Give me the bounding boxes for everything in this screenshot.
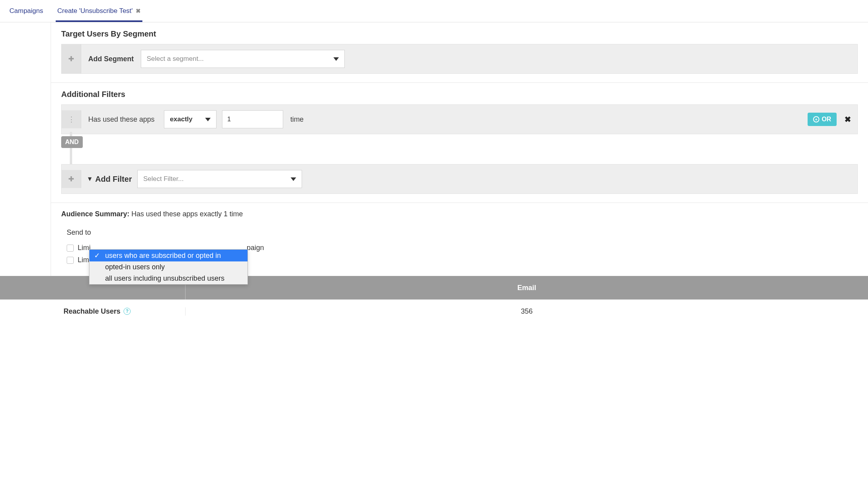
segment-title: Target Users By Segment (61, 29, 858, 38)
plus-icon: ✚ (68, 55, 74, 63)
connector-line (70, 150, 72, 164)
filters-section: Additional Filters ⋮ Has used these apps… (51, 83, 868, 203)
or-button[interactable]: + OR (808, 113, 837, 126)
segment-select-placeholder: Select a segment... (147, 55, 204, 63)
reachable-users-value: 356 (521, 307, 533, 316)
segment-row: ✚ Add Segment Select a segment... (61, 44, 858, 74)
filter-row-drag-handle[interactable]: ⋮ (62, 110, 81, 128)
stats-header-email: Email (186, 276, 868, 300)
limit-users-label-suffix: paign (247, 244, 264, 252)
close-icon[interactable]: ✖ (136, 7, 141, 15)
add-segment-label: Add Segment (87, 55, 135, 63)
add-segment-plus-button[interactable]: ✚ (62, 44, 81, 73)
audience-summary-label: Audience Summary: (61, 210, 129, 218)
send-to-line: Send to (67, 228, 858, 237)
reachable-users-label: Reachable Users (64, 307, 120, 316)
checkbox-icon[interactable] (67, 245, 74, 252)
tab-create-campaign-label: Create 'Unsubscribe Test' (57, 7, 133, 15)
segment-select[interactable]: Select a segment... (141, 50, 345, 68)
filter-mode-select[interactable]: exactly (164, 110, 217, 128)
audience-summary-line: Audience Summary: Has used these apps ex… (61, 210, 858, 218)
content-area: Target Users By Segment ✚ Add Segment Se… (0, 22, 868, 323)
chevron-down-icon (205, 118, 211, 121)
add-filter-plus-button[interactable]: ✚ (62, 170, 81, 188)
filters-title: Additional Filters (61, 90, 858, 99)
drag-dots-icon: ⋮ (68, 115, 75, 124)
plus-icon: ✚ (68, 175, 74, 183)
chevron-down-icon (291, 177, 296, 181)
add-filter-label: ▼ Add Filter (87, 175, 132, 184)
filter-unit-label: time (289, 115, 305, 124)
or-button-label: OR (822, 116, 831, 123)
tab-campaigns-label: Campaigns (9, 7, 43, 15)
audience-summary-text: Has used these apps exactly 1 time (131, 210, 243, 218)
send-to-label: Send to (67, 228, 91, 237)
segment-section: Target Users By Segment ✚ Add Segment Se… (51, 22, 868, 83)
filter-count-input[interactable] (222, 110, 283, 128)
remove-filter-icon[interactable]: ✖ (844, 115, 851, 124)
check-icon: ✓ (94, 251, 101, 260)
send-to-option-opted-in-only[interactable]: opted-in users only (89, 261, 247, 273)
and-connector: AND (61, 134, 858, 150)
checkbox-icon[interactable] (67, 257, 74, 264)
filter-has-used-apps-label: Has used these apps (87, 115, 156, 124)
chevron-down-icon (333, 57, 339, 61)
and-chip: AND (61, 136, 83, 148)
select-filter-dropdown[interactable]: Select Filter... (137, 170, 302, 188)
plus-circle-icon: + (813, 116, 819, 122)
tabs-bar: Campaigns Create 'Unsubscribe Test' ✖ (0, 0, 868, 22)
send-to-option-all-including-unsubscribed[interactable]: all users including unsubscribed users (89, 273, 247, 284)
stats-reachable-row: Reachable Users ? 356 (0, 300, 868, 323)
connector-gap (61, 150, 858, 164)
funnel-icon: ▼ (87, 175, 93, 183)
tab-campaigns[interactable]: Campaigns (8, 0, 45, 22)
send-to-dropdown-pop[interactable]: ✓ users who are subscribed or opted in o… (89, 249, 248, 285)
select-filter-placeholder: Select Filter... (143, 175, 184, 183)
left-panel-blank (0, 22, 51, 276)
filter-row-1: ⋮ Has used these apps exactly time + OR … (61, 104, 858, 134)
filter-mode-value: exactly (170, 115, 193, 123)
help-icon[interactable]: ? (124, 308, 131, 315)
add-filter-row: ✚ ▼ Add Filter Select Filter... (61, 164, 858, 194)
send-to-option-subscribed-or-opted-in[interactable]: ✓ users who are subscribed or opted in (89, 250, 247, 261)
tab-create-campaign[interactable]: Create 'Unsubscribe Test' ✖ (56, 0, 142, 22)
